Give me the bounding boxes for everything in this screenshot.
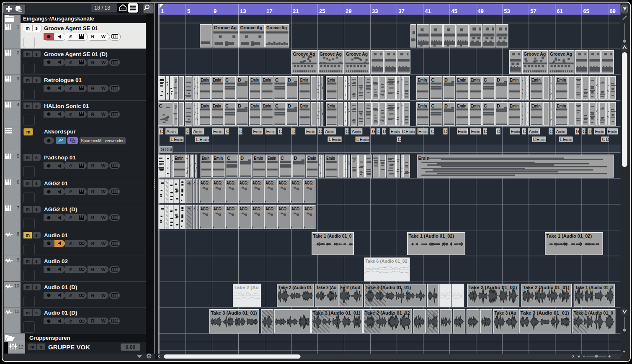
svg-text:E: E: [608, 129, 611, 134]
svg-text:min: min: [421, 130, 428, 134]
svg-text:25: 25: [319, 8, 325, 14]
svg-text:Groove Ag: Groove Ag: [346, 51, 368, 56]
svg-text:min: min: [559, 130, 565, 134]
svg-text:E: E: [563, 137, 566, 142]
svg-text:Emin: Emin: [268, 156, 276, 161]
svg-text:C: C: [225, 103, 229, 108]
svg-text:E: E: [306, 129, 309, 134]
svg-text:C: C: [227, 156, 230, 161]
svg-text:min: min: [335, 138, 341, 142]
svg-text:D: D: [497, 129, 500, 134]
svg-text:C: C: [431, 77, 435, 82]
svg-text:Take 6 (Audio 01_02: Take 6 (Audio 01_02: [366, 259, 408, 264]
svg-text:Emin: Emin: [250, 77, 259, 82]
svg-text:1: 1: [161, 8, 164, 14]
svg-text:D: D: [288, 103, 291, 108]
svg-text:C: C: [225, 77, 229, 82]
svg-text:min: min: [514, 130, 520, 134]
svg-text:37: 37: [398, 8, 404, 14]
svg-text:Groove Ag: Groove Ag: [524, 51, 546, 56]
svg-text:C: C: [275, 103, 279, 108]
svg-text:C: C: [186, 129, 190, 134]
svg-text:C: C: [484, 103, 487, 108]
svg-text:min: min: [177, 138, 183, 142]
svg-text:min: min: [196, 130, 202, 134]
svg-text:C: C: [275, 77, 279, 82]
svg-text:C: C: [346, 129, 349, 134]
svg-text:Emin: Emin: [263, 103, 271, 108]
svg-text:Emin: Emin: [326, 156, 335, 161]
svg-text:41: 41: [425, 8, 431, 14]
svg-text:E: E: [391, 129, 394, 134]
svg-text:Emin: Emin: [470, 103, 480, 108]
svg-text:E: E: [595, 129, 598, 134]
svg-text:min: min: [409, 130, 415, 134]
svg-text:C: C: [484, 129, 487, 134]
svg-text:Emin: Emin: [418, 103, 427, 108]
svg-text:G: G: [576, 129, 580, 134]
svg-text:D: D: [606, 137, 609, 142]
svg-text:65: 65: [583, 8, 589, 14]
svg-text:min: min: [269, 130, 276, 134]
svg-text:5: 5: [187, 8, 190, 14]
svg-text:Groove Ag: Groove Ag: [550, 51, 572, 56]
svg-text:C: C: [431, 129, 434, 134]
svg-text:C: C: [583, 129, 586, 134]
svg-text:E: E: [332, 137, 335, 142]
svg-text:E: E: [537, 137, 539, 142]
svg-text:D: D: [497, 103, 500, 108]
svg-text:Emin: Emin: [213, 103, 221, 108]
svg-text:C: C: [377, 129, 381, 134]
svg-text:Groove Ag: Groove Ag: [320, 51, 342, 56]
svg-text:33: 33: [372, 8, 378, 14]
svg-text:Emin: Emin: [201, 103, 209, 108]
svg-text:Emin: Emin: [263, 77, 271, 82]
svg-text:min: min: [355, 130, 361, 134]
svg-text:Emin: Emin: [418, 77, 427, 82]
svg-text:Emin: Emin: [457, 77, 466, 82]
svg-text:min: min: [203, 138, 209, 142]
svg-text:C: C: [602, 137, 606, 142]
svg-text:D: D: [239, 129, 242, 134]
svg-text:17: 17: [266, 8, 272, 14]
svg-text:D: D: [444, 129, 448, 134]
svg-text:Groove Ag: Groove Ag: [240, 25, 263, 30]
svg-text:53: 53: [504, 8, 510, 14]
svg-text:E: E: [458, 129, 461, 134]
svg-text:min: min: [256, 130, 263, 134]
svg-text:Take 2 (Audio 01: Take 2 (Audio 01: [279, 285, 312, 290]
svg-text:Emin: Emin: [557, 77, 566, 82]
svg-text:E: E: [405, 129, 408, 134]
svg-text:D: D: [288, 77, 291, 82]
svg-text:Emin: Emin: [470, 77, 480, 82]
svg-text:Take 2 (Au: Take 2 (Au: [316, 285, 336, 290]
svg-text:Emin: Emin: [457, 103, 466, 108]
svg-text:61: 61: [557, 8, 562, 14]
svg-text:Take 3 (Audio 01_01): Take 3 (Audio 01_01): [211, 310, 257, 315]
svg-text:E: E: [511, 129, 513, 134]
svg-text:Emin: Emin: [213, 77, 221, 82]
svg-text:Take 2 (Audio 01_01): Take 2 (Audio 01_01): [469, 285, 517, 290]
svg-text:Emin: Emin: [300, 77, 308, 82]
svg-text:E: E: [213, 129, 216, 134]
svg-text:Emin: Emin: [510, 103, 518, 108]
svg-text:min: min: [170, 130, 176, 134]
svg-text:Emin: Emin: [202, 156, 209, 161]
svg-text:69: 69: [609, 8, 615, 14]
svg-text:C: C: [549, 129, 553, 134]
svg-text:Emin: Emin: [175, 156, 183, 161]
svg-text:9: 9: [214, 8, 217, 14]
svg-text:E: E: [199, 137, 202, 142]
svg-text:min: min: [328, 130, 335, 134]
svg-text:29: 29: [346, 8, 351, 14]
svg-text:C: C: [484, 77, 487, 82]
svg-text:min: min: [598, 130, 604, 134]
svg-text:49: 49: [477, 8, 483, 14]
svg-text:Emin: Emin: [201, 77, 209, 82]
svg-text:D: D: [292, 129, 296, 134]
svg-text:D: D: [240, 156, 244, 161]
svg-text:D: D: [294, 156, 297, 161]
svg-text:min: min: [394, 130, 400, 134]
svg-text:Emin: Emin: [254, 156, 263, 161]
svg-text:C: C: [523, 129, 526, 134]
